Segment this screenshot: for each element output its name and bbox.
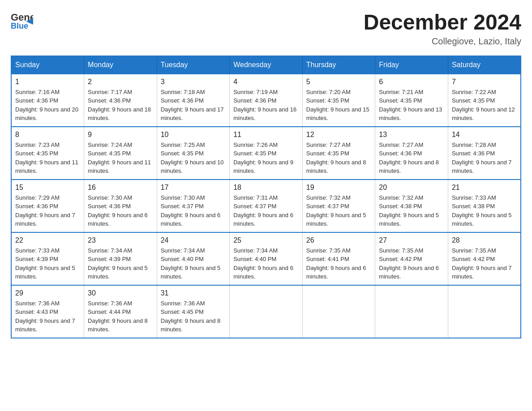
day-info: Sunrise: 7:34 AM Sunset: 4:40 PM Dayligh… [233, 246, 299, 281]
calendar-day-cell: 2 Sunrise: 7:17 AM Sunset: 4:36 PM Dayli… [84, 74, 157, 127]
weekday-header-sunday: Sunday [11, 56, 84, 74]
calendar-week-row: 22 Sunrise: 7:33 AM Sunset: 4:39 PM Dayl… [11, 232, 521, 285]
calendar-day-cell: 13 Sunrise: 7:27 AM Sunset: 4:36 PM Dayl… [375, 127, 448, 180]
calendar-day-cell: 29 Sunrise: 7:36 AM Sunset: 4:43 PM Dayl… [11, 285, 84, 338]
calendar-day-cell: 14 Sunrise: 7:28 AM Sunset: 4:36 PM Dayl… [448, 127, 521, 180]
calendar-body: 1 Sunrise: 7:16 AM Sunset: 4:36 PM Dayli… [11, 74, 521, 338]
title-area: December 2024 Collegiove, Lazio, Italy [364, 11, 521, 47]
day-info: Sunrise: 7:29 AM Sunset: 4:36 PM Dayligh… [15, 193, 80, 228]
day-number: 29 [15, 289, 80, 297]
day-number: 16 [88, 184, 153, 192]
day-info: Sunrise: 7:20 AM Sunset: 4:35 PM Dayligh… [306, 88, 372, 123]
day-number: 9 [88, 131, 153, 139]
day-number: 2 [88, 78, 153, 86]
day-info: Sunrise: 7:24 AM Sunset: 4:35 PM Dayligh… [88, 141, 153, 176]
day-info: Sunrise: 7:30 AM Sunset: 4:37 PM Dayligh… [161, 193, 226, 228]
day-number: 4 [233, 78, 299, 86]
month-title: December 2024 [364, 11, 521, 34]
calendar-day-cell: 15 Sunrise: 7:29 AM Sunset: 4:36 PM Dayl… [11, 180, 84, 232]
calendar-day-cell: 12 Sunrise: 7:27 AM Sunset: 4:35 PM Dayl… [302, 127, 375, 180]
day-number: 17 [161, 184, 226, 192]
day-number: 5 [306, 78, 372, 86]
day-number: 20 [379, 184, 444, 192]
day-number: 22 [15, 236, 80, 244]
day-info: Sunrise: 7:27 AM Sunset: 4:36 PM Dayligh… [379, 141, 444, 176]
day-info: Sunrise: 7:21 AM Sunset: 4:35 PM Dayligh… [379, 88, 444, 123]
weekday-header-thursday: Thursday [302, 56, 375, 74]
calendar-day-cell: 26 Sunrise: 7:35 AM Sunset: 4:41 PM Dayl… [302, 232, 375, 285]
day-info: Sunrise: 7:36 AM Sunset: 4:44 PM Dayligh… [88, 299, 153, 334]
calendar-day-cell: 18 Sunrise: 7:31 AM Sunset: 4:37 PM Dayl… [230, 180, 303, 232]
day-info: Sunrise: 7:34 AM Sunset: 4:40 PM Dayligh… [161, 246, 226, 281]
day-number: 27 [379, 236, 444, 244]
day-number: 14 [452, 131, 517, 139]
calendar-day-cell: 9 Sunrise: 7:24 AM Sunset: 4:35 PM Dayli… [84, 127, 157, 180]
calendar-day-cell [230, 285, 303, 338]
day-info: Sunrise: 7:27 AM Sunset: 4:35 PM Dayligh… [306, 141, 372, 176]
logo-icon: General Blue [11, 11, 33, 30]
day-info: Sunrise: 7:30 AM Sunset: 4:36 PM Dayligh… [88, 193, 153, 228]
weekday-header-tuesday: Tuesday [157, 56, 230, 74]
calendar-day-cell: 10 Sunrise: 7:25 AM Sunset: 4:35 PM Dayl… [157, 127, 230, 180]
day-number: 6 [379, 78, 444, 86]
calendar-day-cell [375, 285, 448, 338]
calendar-day-cell: 11 Sunrise: 7:26 AM Sunset: 4:35 PM Dayl… [230, 127, 303, 180]
day-number: 19 [306, 184, 372, 192]
svg-text:Blue: Blue [11, 21, 28, 30]
calendar-day-cell: 1 Sunrise: 7:16 AM Sunset: 4:36 PM Dayli… [11, 74, 84, 127]
day-info: Sunrise: 7:32 AM Sunset: 4:38 PM Dayligh… [379, 193, 444, 228]
day-number: 18 [233, 184, 299, 192]
day-number: 10 [161, 131, 226, 139]
calendar-day-cell: 16 Sunrise: 7:30 AM Sunset: 4:36 PM Dayl… [84, 180, 157, 232]
day-info: Sunrise: 7:18 AM Sunset: 4:36 PM Dayligh… [161, 88, 226, 123]
weekday-header-row: SundayMondayTuesdayWednesdayThursdayFrid… [11, 56, 521, 74]
day-number: 1 [15, 78, 80, 86]
calendar-day-cell: 31 Sunrise: 7:36 AM Sunset: 4:45 PM Dayl… [157, 285, 230, 338]
calendar-day-cell: 22 Sunrise: 7:33 AM Sunset: 4:39 PM Dayl… [11, 232, 84, 285]
day-number: 26 [306, 236, 372, 244]
day-number: 28 [452, 236, 517, 244]
day-number: 24 [161, 236, 226, 244]
day-number: 23 [88, 236, 153, 244]
day-info: Sunrise: 7:26 AM Sunset: 4:35 PM Dayligh… [233, 141, 299, 176]
day-number: 31 [161, 289, 226, 297]
day-number: 11 [233, 131, 299, 139]
calendar-day-cell: 4 Sunrise: 7:19 AM Sunset: 4:36 PM Dayli… [230, 74, 303, 127]
calendar-week-row: 8 Sunrise: 7:23 AM Sunset: 4:35 PM Dayli… [11, 127, 521, 180]
day-info: Sunrise: 7:17 AM Sunset: 4:36 PM Dayligh… [88, 88, 153, 123]
calendar-table: SundayMondayTuesdayWednesdayThursdayFrid… [11, 56, 521, 338]
day-number: 15 [15, 184, 80, 192]
calendar-week-row: 15 Sunrise: 7:29 AM Sunset: 4:36 PM Dayl… [11, 180, 521, 232]
calendar-day-cell: 27 Sunrise: 7:35 AM Sunset: 4:42 PM Dayl… [375, 232, 448, 285]
day-info: Sunrise: 7:35 AM Sunset: 4:42 PM Dayligh… [452, 246, 517, 281]
calendar-day-cell: 17 Sunrise: 7:30 AM Sunset: 4:37 PM Dayl… [157, 180, 230, 232]
calendar-day-cell: 3 Sunrise: 7:18 AM Sunset: 4:36 PM Dayli… [157, 74, 230, 127]
day-info: Sunrise: 7:33 AM Sunset: 4:38 PM Dayligh… [452, 193, 517, 228]
day-info: Sunrise: 7:16 AM Sunset: 4:36 PM Dayligh… [15, 88, 80, 123]
calendar-day-cell: 28 Sunrise: 7:35 AM Sunset: 4:42 PM Dayl… [448, 232, 521, 285]
calendar-day-cell: 20 Sunrise: 7:32 AM Sunset: 4:38 PM Dayl… [375, 180, 448, 232]
calendar-week-row: 1 Sunrise: 7:16 AM Sunset: 4:36 PM Dayli… [11, 74, 521, 127]
calendar-day-cell: 8 Sunrise: 7:23 AM Sunset: 4:35 PM Dayli… [11, 127, 84, 180]
calendar-day-cell: 7 Sunrise: 7:22 AM Sunset: 4:35 PM Dayli… [448, 74, 521, 127]
calendar-day-cell: 30 Sunrise: 7:36 AM Sunset: 4:44 PM Dayl… [84, 285, 157, 338]
day-number: 12 [306, 131, 372, 139]
weekday-header-saturday: Saturday [448, 56, 521, 74]
day-number: 8 [15, 131, 80, 139]
day-info: Sunrise: 7:23 AM Sunset: 4:35 PM Dayligh… [15, 141, 80, 176]
logo: General Blue [11, 11, 33, 30]
day-number: 21 [452, 184, 517, 192]
day-info: Sunrise: 7:33 AM Sunset: 4:39 PM Dayligh… [15, 246, 80, 281]
calendar-day-cell: 25 Sunrise: 7:34 AM Sunset: 4:40 PM Dayl… [230, 232, 303, 285]
calendar-day-cell: 5 Sunrise: 7:20 AM Sunset: 4:35 PM Dayli… [302, 74, 375, 127]
day-info: Sunrise: 7:35 AM Sunset: 4:42 PM Dayligh… [379, 246, 444, 281]
calendar-day-cell: 19 Sunrise: 7:32 AM Sunset: 4:37 PM Dayl… [302, 180, 375, 232]
day-info: Sunrise: 7:36 AM Sunset: 4:45 PM Dayligh… [161, 299, 226, 334]
calendar-day-cell: 24 Sunrise: 7:34 AM Sunset: 4:40 PM Dayl… [157, 232, 230, 285]
day-info: Sunrise: 7:36 AM Sunset: 4:43 PM Dayligh… [15, 299, 80, 334]
weekday-header-wednesday: Wednesday [230, 56, 303, 74]
day-info: Sunrise: 7:28 AM Sunset: 4:36 PM Dayligh… [452, 141, 517, 176]
day-info: Sunrise: 7:34 AM Sunset: 4:39 PM Dayligh… [88, 246, 153, 281]
day-info: Sunrise: 7:25 AM Sunset: 4:35 PM Dayligh… [161, 141, 226, 176]
weekday-header-monday: Monday [84, 56, 157, 74]
